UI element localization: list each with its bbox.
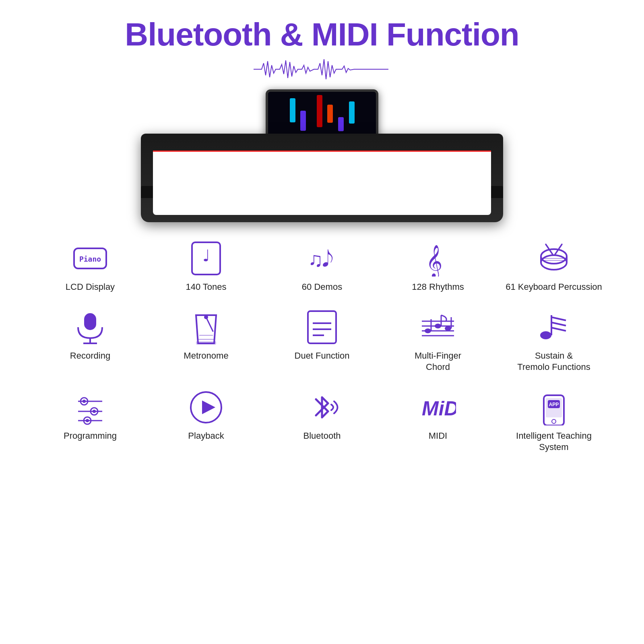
feature-intelligent-teaching: APP Intelligent TeachingSystem	[496, 383, 612, 459]
microphone-icon	[72, 309, 108, 345]
feature-multi-finger-chord: Multi-FingerChord	[380, 303, 496, 379]
svg-rect-24	[308, 311, 336, 343]
svg-line-42	[551, 328, 566, 331]
features-grid: Piano LCD Display ♩ 140 Tones 𝅘𝅥𝅮 ♫	[24, 234, 620, 459]
61-keyboard-percussion-label: 61 Keyboard Percussion	[506, 281, 602, 293]
feature-metronome: Metronome	[148, 303, 264, 379]
treble-clef-icon: 𝄞	[420, 240, 456, 277]
svg-line-19	[206, 317, 213, 331]
svg-point-21	[204, 315, 208, 319]
feature-lcd-display: Piano LCD Display	[32, 234, 148, 299]
svg-point-48	[93, 410, 96, 413]
svg-marker-53	[202, 400, 215, 414]
drum-icon	[536, 240, 572, 277]
bluetooth-label: Bluetooth	[303, 430, 341, 442]
music-sustain-icon	[536, 309, 572, 345]
svg-rect-15	[84, 313, 96, 330]
keyboard-section: 120	[24, 89, 620, 222]
128-rhythms-label: 128 Rhythms	[412, 281, 464, 293]
svg-point-32	[425, 328, 431, 333]
recording-label: Recording	[70, 350, 110, 362]
keyboard-body: 120	[141, 134, 503, 222]
svg-rect-20	[196, 341, 216, 345]
keyboard-image: 120	[141, 89, 503, 222]
140-tones-label: 140 Tones	[186, 281, 226, 293]
intelligent-teaching-label: Intelligent TeachingSystem	[516, 430, 592, 453]
multi-finger-chord-label: Multi-FingerChord	[415, 350, 461, 373]
bluetooth-icon	[304, 389, 340, 425]
page-container: Bluetooth & MIDI Function	[0, 0, 644, 644]
sustain-tremolo-label: Sustain &Tremolo Functions	[517, 350, 590, 373]
60-demos-label: 60 Demos	[302, 281, 342, 293]
feature-duet-function: Duet Function	[264, 303, 380, 379]
svg-text:APP: APP	[549, 402, 559, 407]
svg-point-34	[435, 324, 441, 328]
svg-line-41	[551, 322, 566, 326]
feature-61-keyboard-percussion: 61 Keyboard Percussion	[496, 234, 612, 299]
svg-line-40	[551, 317, 566, 320]
feature-programming: Programming	[32, 383, 148, 459]
svg-text:♫: ♫	[308, 248, 323, 271]
sliders-icon	[72, 389, 108, 425]
metronome-icon	[188, 309, 224, 345]
metronome-label: Metronome	[184, 350, 228, 362]
feature-recording: Recording	[32, 303, 148, 379]
playback-label: Playback	[188, 430, 224, 442]
svg-text:𝄞: 𝄞	[426, 245, 442, 277]
music-note-icon: ♩	[188, 240, 224, 277]
lcd-display-label: LCD Display	[66, 281, 115, 293]
programming-label: Programming	[64, 430, 117, 442]
app-phone-icon: APP	[536, 389, 572, 425]
piano-display-icon: Piano	[72, 240, 108, 277]
music-notes-icon: 𝅘𝅥𝅮 ♫	[304, 240, 340, 277]
svg-point-38	[540, 331, 551, 339]
keyboard-keys	[153, 151, 491, 215]
feature-60-demos: 𝅘𝅥𝅮 ♫ 60 Demos	[264, 234, 380, 299]
play-circle-icon	[188, 389, 224, 425]
svg-point-59	[552, 419, 556, 423]
midi-text-icon: MiDi	[420, 389, 456, 425]
svg-point-36	[445, 326, 451, 331]
svg-text:MiDi: MiDi	[422, 397, 456, 420]
feature-128-rhythms: 𝄞 128 Rhythms	[380, 234, 496, 299]
feature-140-tones: ♩ 140 Tones	[148, 234, 264, 299]
midi-label: MIDI	[429, 430, 447, 442]
svg-point-45	[83, 400, 86, 403]
feature-sustain-tremolo: Sustain &Tremolo Functions	[496, 303, 612, 379]
svg-point-51	[86, 419, 89, 422]
feature-midi: MiDi MIDI	[380, 383, 496, 459]
feature-bluetooth: Bluetooth	[264, 383, 380, 459]
document-lines-icon	[304, 309, 340, 345]
page-title: Bluetooth & MIDI Function	[125, 16, 519, 53]
feature-playback: Playback	[148, 383, 264, 459]
waveform-icon	[250, 57, 394, 81]
sheet-music-icon	[420, 309, 456, 345]
svg-text:♩: ♩	[202, 247, 210, 264]
duet-function-label: Duet Function	[295, 350, 350, 362]
svg-text:𝅘𝅥𝅮: 𝅘𝅥𝅮	[323, 249, 333, 267]
svg-text:Piano: Piano	[79, 255, 101, 263]
